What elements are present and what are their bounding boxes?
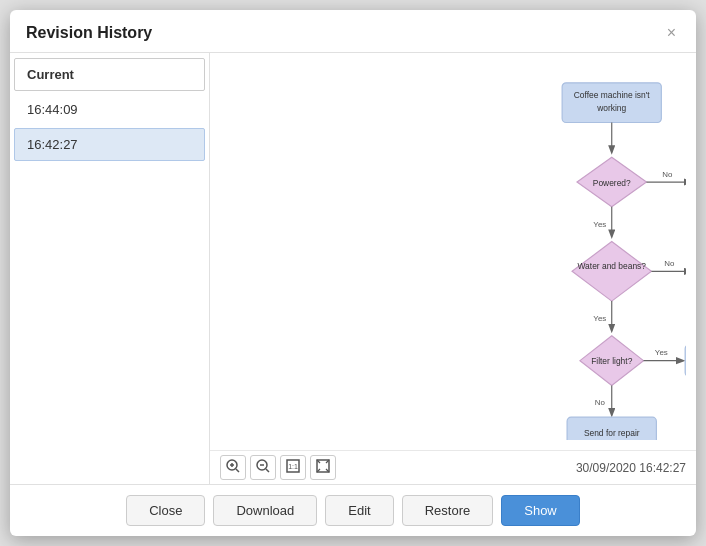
diagram-timestamp: 30/09/2020 16:42:27 [576, 461, 686, 475]
svg-text:No: No [664, 259, 675, 268]
show-button[interactable]: Show [501, 495, 580, 526]
expand-button[interactable] [310, 455, 336, 480]
svg-line-35 [236, 469, 239, 472]
flowchart-svg: Coffee machine isn't working Powered? No… [220, 63, 686, 440]
svg-text:Coffee machine isn't: Coffee machine isn't [574, 90, 651, 100]
dialog-header: Revision History × [10, 10, 696, 53]
svg-text:Water and beans?: Water and beans? [577, 261, 646, 271]
dialog-title: Revision History [26, 24, 152, 42]
zoom-in-icon [226, 459, 240, 473]
edit-button[interactable]: Edit [325, 495, 393, 526]
svg-text:Send for repair: Send for repair [584, 428, 640, 438]
svg-text:No: No [595, 398, 606, 407]
fit-icon: 1:1 [286, 459, 300, 473]
diagram-toolbar: 1:1 30/09/2020 16:42:27 [210, 450, 696, 484]
svg-text:Yes: Yes [655, 348, 668, 357]
zoom-in-button[interactable] [220, 455, 246, 480]
restore-button[interactable]: Restore [402, 495, 494, 526]
close-button[interactable]: Close [126, 495, 205, 526]
close-x-button[interactable]: × [663, 25, 680, 41]
revision-item-1642[interactable]: 16:42:27 [14, 128, 205, 161]
revision-history-dialog: Revision History × Current 16:44:09 16:4… [10, 10, 696, 536]
fit-button[interactable]: 1:1 [280, 455, 306, 480]
zoom-out-button[interactable] [250, 455, 276, 480]
dialog-footer: Close Download Edit Restore Show [10, 484, 696, 536]
svg-text:Powered?: Powered? [593, 178, 631, 188]
svg-text:Yes: Yes [593, 314, 606, 323]
svg-rect-26 [685, 345, 686, 377]
revision-item-current[interactable]: Current [14, 58, 205, 91]
svg-text:Filter light?: Filter light? [591, 356, 633, 366]
diagram-area: Coffee machine isn't working Powered? No… [210, 53, 696, 484]
zoom-out-icon [256, 459, 270, 473]
expand-icon [316, 459, 330, 473]
svg-text:No: No [662, 170, 673, 179]
svg-text:Yes: Yes [593, 220, 606, 229]
svg-text:1:1: 1:1 [288, 463, 298, 470]
toolbar-buttons: 1:1 [220, 455, 336, 480]
download-button[interactable]: Download [213, 495, 317, 526]
revision-list: Current 16:44:09 16:42:27 [10, 53, 210, 484]
dialog-body: Current 16:44:09 16:42:27 [10, 53, 696, 484]
diagram-canvas: Coffee machine isn't working Powered? No… [210, 53, 696, 450]
svg-line-38 [266, 469, 269, 472]
revision-item-1644[interactable]: 16:44:09 [14, 93, 205, 126]
svg-text:working: working [596, 103, 626, 113]
